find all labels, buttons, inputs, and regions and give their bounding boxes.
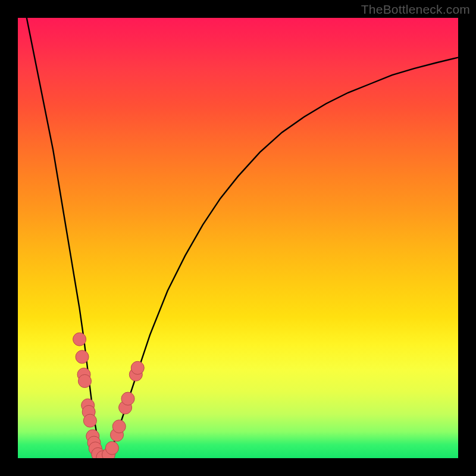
data-marker — [105, 441, 118, 455]
curve-markers — [73, 333, 145, 458]
data-marker — [76, 350, 89, 364]
data-marker — [131, 361, 144, 374]
bottleneck-curve — [18, 18, 458, 458]
data-marker — [112, 420, 126, 433]
outer-frame: TheBottleneck.com — [0, 0, 476, 476]
data-marker — [121, 392, 134, 405]
chart-svg — [18, 18, 458, 458]
data-marker — [78, 375, 91, 388]
plot-area — [18, 18, 458, 458]
watermark-text: TheBottleneck.com — [361, 2, 470, 17]
data-marker — [83, 414, 96, 427]
data-marker — [73, 333, 86, 346]
